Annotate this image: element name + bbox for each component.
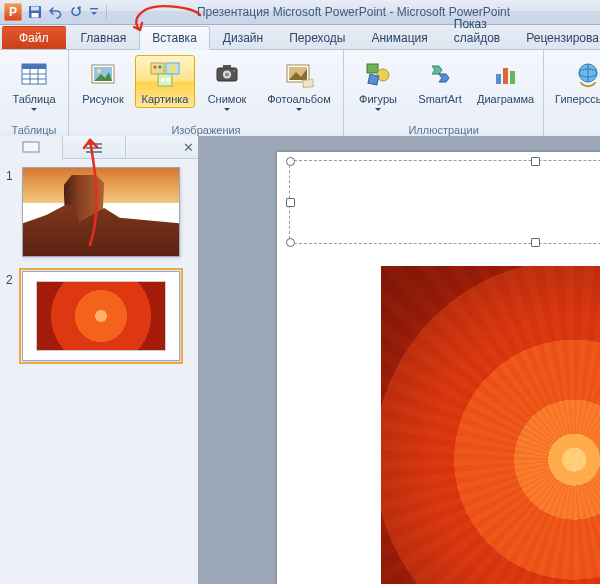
group-images: Рисунок Картинка Снимок bbox=[69, 50, 344, 138]
thumbnail-list[interactable]: 1 2 bbox=[0, 159, 198, 584]
svg-rect-13 bbox=[151, 63, 164, 74]
resize-handle[interactable] bbox=[286, 238, 295, 247]
svg-rect-29 bbox=[367, 64, 378, 73]
close-panel-icon[interactable]: ✕ bbox=[178, 136, 198, 158]
group-tables: Таблица Таблицы bbox=[0, 50, 69, 138]
svg-point-20 bbox=[166, 78, 170, 82]
save-icon[interactable] bbox=[28, 5, 42, 19]
thumbnail-image bbox=[37, 282, 165, 350]
outline-tab[interactable] bbox=[63, 136, 126, 158]
shapes-icon bbox=[362, 58, 394, 90]
smartart-button[interactable]: SmartArt bbox=[410, 55, 470, 108]
slide-image[interactable] bbox=[381, 266, 600, 584]
svg-point-19 bbox=[161, 78, 165, 82]
screenshot-label: Снимок bbox=[208, 93, 247, 105]
smartart-icon bbox=[424, 58, 456, 90]
undo-icon[interactable] bbox=[48, 5, 64, 19]
svg-point-17 bbox=[169, 65, 176, 72]
tab-file[interactable]: Файл bbox=[2, 26, 66, 49]
slide-thumbnail-2[interactable] bbox=[22, 271, 180, 361]
clipart-icon bbox=[149, 58, 181, 90]
thumbnail-row[interactable]: 1 bbox=[6, 167, 190, 257]
resize-handle[interactable] bbox=[286, 198, 295, 207]
slide-editor[interactable] bbox=[199, 136, 600, 584]
resize-handle[interactable] bbox=[531, 238, 540, 247]
smartart-label: SmartArt bbox=[418, 93, 461, 105]
svg-rect-32 bbox=[496, 74, 501, 84]
tab-animations[interactable]: Анимация bbox=[358, 26, 440, 49]
chevron-down-icon bbox=[375, 108, 381, 111]
svg-rect-24 bbox=[223, 65, 231, 68]
ribbon: Таблица Таблицы Рисунок Ка bbox=[0, 50, 600, 139]
chart-label: Диаграмма bbox=[477, 93, 534, 105]
svg-rect-33 bbox=[503, 68, 508, 84]
shapes-label: Фигуры bbox=[359, 93, 397, 105]
slides-tab-icon bbox=[20, 140, 42, 154]
chart-button[interactable]: Диаграмма bbox=[472, 55, 539, 108]
picture-label: Рисунок bbox=[82, 93, 124, 105]
slides-tab[interactable] bbox=[0, 136, 63, 159]
table-icon bbox=[18, 58, 50, 90]
tab-home[interactable]: Главная bbox=[68, 26, 140, 49]
tab-transitions[interactable]: Переходы bbox=[276, 26, 358, 49]
svg-rect-28 bbox=[303, 79, 314, 87]
svg-point-14 bbox=[154, 66, 157, 69]
tab-design[interactable]: Дизайн bbox=[210, 26, 276, 49]
quick-access-toolbar bbox=[28, 5, 107, 19]
chevron-down-icon bbox=[31, 108, 37, 111]
workspace: ✕ 1 2 bbox=[0, 136, 600, 584]
slide-number: 2 bbox=[6, 271, 16, 361]
photo-album-label: Фотоальбом bbox=[267, 93, 331, 105]
picture-button[interactable]: Рисунок bbox=[73, 55, 133, 108]
qat-dropdown-icon[interactable] bbox=[90, 5, 98, 19]
slide-panel: ✕ 1 2 bbox=[0, 136, 199, 584]
group-illustrations: Фигуры SmartArt Диаграмма Иллюстрации bbox=[344, 50, 544, 138]
screenshot-icon bbox=[211, 58, 243, 90]
clipart-label: Картинка bbox=[142, 93, 189, 105]
group-links: Гиперссылка Действие Ссылки bbox=[544, 50, 600, 138]
shapes-button[interactable]: Фигуры bbox=[348, 55, 408, 114]
svg-point-15 bbox=[159, 66, 162, 69]
thumbnail-row[interactable]: 2 bbox=[6, 271, 190, 361]
svg-rect-40 bbox=[23, 142, 39, 152]
window-title: Презентация Microsoft PowerPoint - Micro… bbox=[107, 5, 600, 19]
redo-icon[interactable] bbox=[70, 5, 84, 19]
hyperlink-icon bbox=[572, 58, 600, 90]
table-button[interactable]: Таблица bbox=[4, 55, 64, 114]
svg-point-30 bbox=[377, 69, 389, 81]
outline-tab-icon bbox=[83, 140, 105, 154]
svg-rect-3 bbox=[90, 8, 98, 9]
table-label: Таблица bbox=[12, 93, 55, 105]
screenshot-button[interactable]: Снимок bbox=[197, 55, 257, 114]
slide-number: 1 bbox=[6, 167, 16, 257]
svg-point-25 bbox=[233, 70, 235, 72]
tab-slideshow[interactable]: Показ слайдов bbox=[441, 12, 513, 49]
photo-album-icon bbox=[283, 58, 315, 90]
ribbon-tabs: Файл Главная Вставка Дизайн Переходы Ани… bbox=[0, 25, 600, 50]
chart-icon bbox=[490, 58, 522, 90]
resize-handle[interactable] bbox=[531, 157, 540, 166]
svg-rect-1 bbox=[31, 7, 39, 11]
chevron-down-icon bbox=[224, 108, 230, 111]
svg-rect-2 bbox=[32, 13, 39, 18]
svg-rect-34 bbox=[510, 71, 515, 84]
picture-icon bbox=[87, 58, 119, 90]
slide-canvas[interactable] bbox=[277, 152, 600, 584]
resize-handle[interactable] bbox=[286, 157, 295, 166]
hyperlink-button[interactable]: Гиперссылка bbox=[548, 55, 600, 108]
chevron-down-icon bbox=[296, 108, 302, 111]
title-placeholder[interactable] bbox=[289, 160, 600, 244]
panel-tabs: ✕ bbox=[0, 136, 198, 159]
photo-album-button[interactable]: Фотоальбом bbox=[259, 55, 339, 114]
svg-rect-31 bbox=[368, 74, 379, 85]
app-icon: P bbox=[4, 3, 22, 21]
svg-rect-5 bbox=[22, 64, 46, 69]
clipart-button[interactable]: Картинка bbox=[135, 55, 195, 108]
svg-point-12 bbox=[97, 69, 101, 73]
slide-thumbnail-1[interactable] bbox=[22, 167, 180, 257]
svg-point-23 bbox=[225, 73, 229, 77]
hyperlink-label: Гиперссылка bbox=[555, 93, 600, 105]
tab-review[interactable]: Рецензирова bbox=[513, 26, 600, 49]
tab-insert[interactable]: Вставка bbox=[139, 26, 210, 50]
